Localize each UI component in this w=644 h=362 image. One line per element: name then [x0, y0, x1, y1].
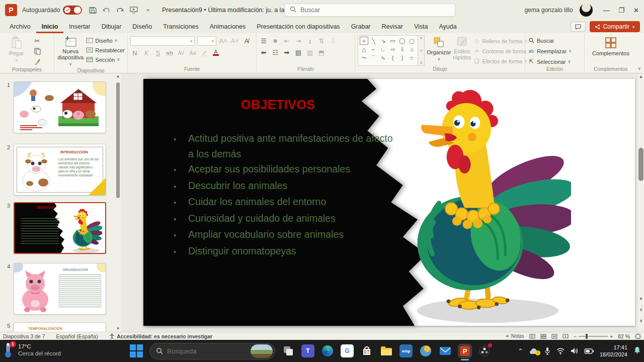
thumbnail-slide-4[interactable]: ORGANIZACIÓN [14, 263, 106, 315]
minimize-button[interactable]: — [603, 7, 609, 14]
thumbnail-slide-1[interactable] [14, 81, 106, 133]
arc-shape-icon[interactable]: ⌒ [369, 54, 378, 62]
notes-button[interactable]: ≐Notas [505, 333, 524, 339]
search-highlight-image[interactable] [251, 344, 273, 358]
microphone-icon[interactable] [544, 347, 550, 355]
notifications-bell-icon[interactable] [633, 346, 641, 355]
triangle-shape-icon[interactable]: △ [360, 45, 368, 53]
mhp-app-icon[interactable]: mhp [399, 344, 413, 357]
scribble-shape-icon[interactable]: 〜 [360, 54, 368, 62]
align-text-icon[interactable]: ⎍ [329, 36, 338, 45]
teams-icon[interactable]: T [301, 344, 314, 357]
normal-view-button[interactable] [529, 334, 535, 339]
down-arrow-shape-icon[interactable]: ⇩ [398, 45, 407, 53]
thumbnail-slide-5[interactable]: TEMPORALIZACIÓN [14, 322, 106, 332]
language-selector[interactable]: Español (España) [56, 333, 98, 339]
redo-icon[interactable] [116, 7, 124, 14]
clock[interactable]: 17:4118/02/2024 [600, 344, 627, 358]
task-view-button[interactable] [282, 344, 295, 357]
battery-icon[interactable] [584, 348, 594, 354]
shape-fill-button[interactable]: ◇Relleno de forma∨ [473, 37, 531, 45]
italic-button[interactable]: K [142, 48, 151, 57]
scroll-up-icon[interactable]: ▲ [637, 73, 644, 80]
curve-shape-icon[interactable]: ∿ [379, 54, 387, 62]
angle-shape-icon[interactable]: ∟ [379, 45, 387, 53]
file-explorer-icon[interactable] [380, 344, 393, 357]
tab-animaciones[interactable]: Animaciones [204, 21, 252, 33]
align-center-icon[interactable]: ☷ [271, 48, 280, 57]
wifi-icon[interactable] [556, 348, 565, 354]
section-button[interactable]: Sección∨ [86, 55, 125, 64]
scroll-down-icon[interactable]: ∨ [420, 61, 422, 65]
help-app-icon[interactable] [419, 344, 432, 357]
zoom-handle[interactable] [586, 334, 588, 339]
current-slide[interactable]: OBJETIVOS Actitud positiva ante manifest… [143, 79, 635, 326]
zoom-track[interactable] [579, 336, 608, 337]
comments-button[interactable] [571, 22, 586, 32]
text-box-shape-icon[interactable]: A [360, 37, 368, 45]
smartart-icon[interactable]: ⬒ [317, 48, 326, 57]
scroll-up-icon[interactable]: ∧ [420, 36, 422, 40]
shapes-gallery-scroll[interactable]: ∧≡∨ [418, 35, 425, 66]
cut-icon[interactable]: ✂ [33, 36, 42, 45]
taskbar-search-input[interactable] [167, 347, 243, 355]
next-slide-icon[interactable]: ⇟ [637, 318, 644, 325]
collapse-ribbon-icon[interactable]: ∨ [637, 66, 641, 71]
tab-revisar[interactable]: Revisar [376, 21, 409, 33]
previous-slide-icon[interactable]: ⇞ [637, 307, 644, 314]
left-brace-shape-icon[interactable]: { [388, 54, 397, 62]
replace-button[interactable]: abReemplazar∨ [528, 47, 582, 55]
decrease-indent-icon[interactable]: ⇤ [282, 36, 291, 45]
tab-vista[interactable]: Vista [409, 21, 434, 33]
tab-transiciones[interactable]: Transiciones [157, 21, 204, 33]
elbow-shape-icon[interactable]: ⌐ [369, 45, 378, 53]
new-slide-button[interactable]: Nueva diapositiva∨ [57, 35, 84, 67]
oval-shape-icon[interactable]: ◯ [398, 37, 407, 45]
arrange-button[interactable]: Organizar∨ [427, 35, 451, 66]
align-right-icon[interactable]: ➡ [282, 48, 291, 57]
obs-icon[interactable] [478, 344, 491, 357]
tab-insertar[interactable]: Insertar [63, 21, 96, 33]
zoom-slider[interactable]: − + [574, 333, 613, 339]
share-button[interactable]: Compartir∨ [590, 21, 640, 32]
reset-slide-button[interactable]: Restablecer [86, 46, 125, 54]
decrease-font-icon[interactable]: A˅ [230, 37, 239, 46]
titlebar-search-box[interactable] [284, 4, 455, 17]
arrow-shape-icon[interactable]: ↘ [379, 37, 387, 45]
avatar[interactable] [580, 4, 593, 17]
text-direction-icon[interactable]: ⇅ [317, 36, 326, 45]
google-icon[interactable]: G [341, 344, 354, 357]
font-size-select[interactable]: ∨ [197, 36, 216, 46]
rectangle-shape-icon[interactable]: ▭ [388, 37, 397, 45]
thumbnail-item-5[interactable]: 5 TEMPORALIZACIÓN [2, 322, 106, 332]
strikethrough-button[interactable]: ab [165, 48, 174, 57]
addins-button[interactable]: Complementos [587, 35, 634, 56]
align-left-icon[interactable]: ⬅ [259, 48, 268, 57]
tab-dibujar[interactable]: Dibujar [96, 21, 127, 33]
increase-font-icon[interactable]: A˄ [219, 37, 228, 46]
taskbar-search[interactable] [149, 343, 275, 359]
gallery-more-icon[interactable]: ≡ [420, 49, 422, 52]
thumbnail-scrollbar[interactable]: ▲ ▼ [116, 73, 120, 332]
slide-position[interactable]: Diapositiva 3 de 7 [3, 333, 45, 339]
undo-icon[interactable] [103, 7, 110, 14]
underline-button[interactable]: S [153, 48, 163, 57]
right-arrow-shape-icon[interactable]: ⇨ [388, 45, 397, 53]
autosave-toggle[interactable]: ✓ [63, 6, 82, 15]
rounded-rect-shape-icon[interactable]: ▢ [408, 37, 416, 45]
restore-button[interactable]: ❐ [618, 7, 624, 14]
font-name-select[interactable]: ∨ [130, 36, 195, 46]
slide-title[interactable]: OBJETIVOS [204, 98, 352, 112]
thumbnail-item-4[interactable]: 4 ORGANIZACIÓN [2, 263, 106, 315]
callout-shape-icon[interactable]: ⌂ [408, 45, 416, 53]
edge-icon[interactable] [321, 344, 334, 357]
paste-button[interactable]: Pegar∨ [3, 35, 31, 66]
tab-archivo[interactable]: Archivo [4, 21, 36, 33]
scroll-up-icon[interactable]: ▲ [116, 73, 120, 79]
format-painter-icon[interactable] [33, 57, 42, 66]
justify-icon[interactable]: ▤ [294, 48, 303, 57]
scroll-down-icon[interactable]: ▼ [637, 296, 644, 303]
search-input[interactable] [300, 7, 450, 14]
clear-formatting-icon[interactable]: A̸ [242, 37, 251, 46]
mail-icon[interactable] [439, 344, 452, 357]
